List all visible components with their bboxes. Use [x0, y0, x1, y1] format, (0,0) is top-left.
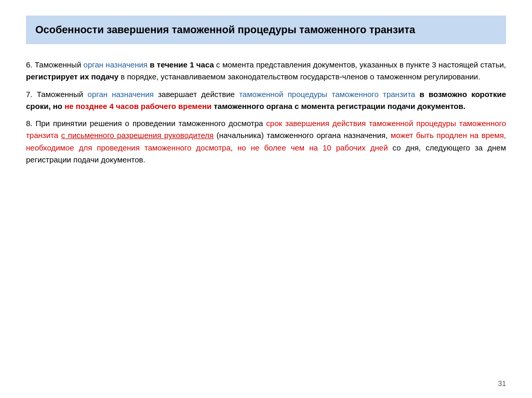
p8-text-2: (начальника) таможенного органа назначен… [214, 131, 391, 140]
p8-red-underline-1: с письменного разрешения руководителя [61, 131, 214, 140]
paragraph-6: 6. Таможенный орган назначения в течение… [26, 59, 506, 83]
slide-title: Особенности завершения таможенной процед… [35, 23, 497, 37]
p6-bold-1: в течение 1 часа [150, 60, 214, 69]
p7-blue-1: орган назначения [88, 90, 154, 99]
p7-text-3 [415, 90, 419, 99]
p8-red-1: срок завершения действия [266, 119, 366, 128]
p8-red-2: таможенной процедуры [369, 119, 456, 128]
p7-bold-2: таможенного органа с момента регистрации… [211, 102, 466, 111]
slide-container: Особенности завершения таможенной процед… [0, 0, 532, 398]
page-number: 31 [498, 379, 506, 388]
p6-text-3: с момента представления документов, указ… [214, 60, 506, 69]
p7-text-1: 7. Таможенный [26, 90, 88, 99]
paragraph-8: 8. При принятии решения о проведении там… [26, 117, 506, 166]
paragraph-7: 7. Таможенный орган назначения завершает… [26, 88, 506, 113]
p6-text-4: в порядке, устанавливаемом законодательс… [118, 72, 480, 81]
p7-text-2: завершает действие [154, 90, 239, 99]
p6-blue-1: орган назначения [84, 60, 148, 69]
p8-text-1: 8. При принятии решения о проведении там… [26, 119, 266, 128]
title-box: Особенности завершения таможенной процед… [26, 16, 506, 44]
p7-blue-2: таможенной процедуры таможенного транзит… [239, 90, 415, 99]
content-area: 6. Таможенный орган назначения в течение… [26, 59, 506, 166]
p6-text-1: 6. Таможенный [26, 60, 84, 69]
p6-bold-2: регистрирует их подачу [26, 72, 118, 81]
p7-red-bold-1: не позднее 4 часов рабочего времени [64, 102, 211, 111]
